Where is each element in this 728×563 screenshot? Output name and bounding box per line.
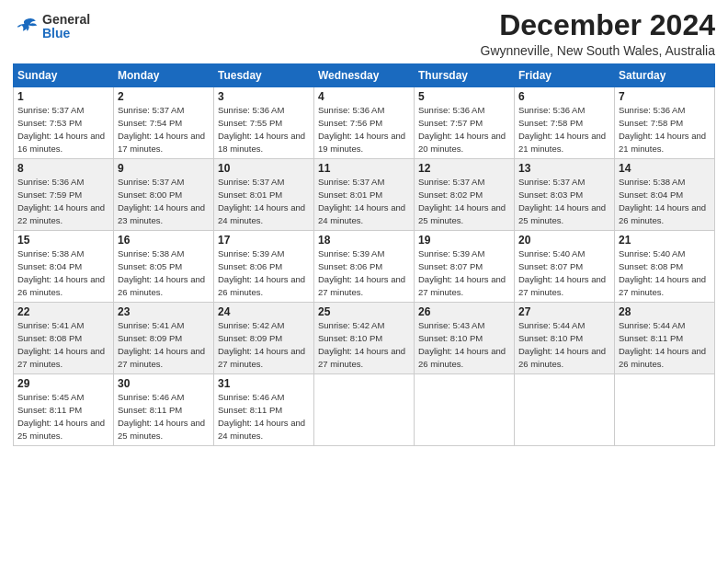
table-row: 25 Sunrise: 5:42 AMSunset: 8:10 PMDaylig… bbox=[314, 303, 415, 374]
table-row: 21 Sunrise: 5:40 AMSunset: 8:08 PMDaylig… bbox=[615, 231, 715, 303]
col-tuesday: Tuesday bbox=[214, 64, 314, 87]
day-number: 30 bbox=[118, 377, 210, 390]
table-row: 29 Sunrise: 5:45 AMSunset: 8:11 PMDaylig… bbox=[14, 374, 114, 446]
title-block: December 2024 Gwynneville, New South Wal… bbox=[481, 9, 715, 58]
day-info: Sunrise: 5:46 AMSunset: 8:11 PMDaylight:… bbox=[118, 392, 205, 440]
day-number: 11 bbox=[318, 162, 410, 175]
day-number: 14 bbox=[619, 162, 711, 175]
col-sunday: Sunday bbox=[14, 64, 114, 87]
table-row: 11 Sunrise: 5:37 AMSunset: 8:01 PMDaylig… bbox=[314, 159, 415, 231]
logo-bird-icon bbox=[13, 14, 39, 40]
table-row: 4 Sunrise: 5:36 AMSunset: 7:56 PMDayligh… bbox=[314, 87, 415, 159]
day-info: Sunrise: 5:37 AMSunset: 8:02 PMDaylight:… bbox=[418, 177, 506, 224]
table-row bbox=[415, 374, 515, 446]
day-number: 18 bbox=[318, 234, 410, 247]
day-info: Sunrise: 5:38 AMSunset: 8:04 PMDaylight:… bbox=[619, 177, 706, 224]
table-row: 17 Sunrise: 5:39 AMSunset: 8:06 PMDaylig… bbox=[214, 231, 314, 303]
table-row: 2 Sunrise: 5:37 AMSunset: 7:54 PMDayligh… bbox=[114, 87, 214, 159]
header: General Blue December 2024 Gwynneville, … bbox=[13, 9, 715, 58]
logo: General Blue bbox=[13, 13, 90, 41]
table-row: 6 Sunrise: 5:36 AMSunset: 7:58 PMDayligh… bbox=[515, 87, 615, 159]
day-number: 19 bbox=[418, 234, 510, 247]
table-row: 31 Sunrise: 5:46 AMSunset: 8:11 PMDaylig… bbox=[214, 374, 314, 446]
day-info: Sunrise: 5:36 AMSunset: 7:55 PMDaylight:… bbox=[218, 105, 305, 153]
logo-text: General Blue bbox=[42, 13, 90, 41]
table-row bbox=[314, 374, 415, 446]
day-info: Sunrise: 5:39 AMSunset: 8:07 PMDaylight:… bbox=[418, 248, 506, 296]
col-saturday: Saturday bbox=[615, 64, 715, 87]
day-number: 21 bbox=[619, 234, 711, 247]
day-info: Sunrise: 5:38 AMSunset: 8:05 PMDaylight:… bbox=[118, 248, 205, 296]
day-number: 1 bbox=[17, 90, 109, 103]
day-number: 13 bbox=[518, 162, 610, 175]
table-row: 20 Sunrise: 5:40 AMSunset: 8:07 PMDaylig… bbox=[515, 231, 615, 303]
day-number: 15 bbox=[17, 234, 109, 247]
day-info: Sunrise: 5:39 AMSunset: 8:06 PMDaylight:… bbox=[318, 248, 405, 296]
table-row: 10 Sunrise: 5:37 AMSunset: 8:01 PMDaylig… bbox=[214, 159, 314, 231]
day-info: Sunrise: 5:36 AMSunset: 7:56 PMDaylight:… bbox=[318, 105, 405, 153]
table-row: 7 Sunrise: 5:36 AMSunset: 7:58 PMDayligh… bbox=[615, 87, 715, 159]
day-number: 10 bbox=[218, 162, 310, 175]
table-row: 14 Sunrise: 5:38 AMSunset: 8:04 PMDaylig… bbox=[615, 159, 715, 231]
table-row: 3 Sunrise: 5:36 AMSunset: 7:55 PMDayligh… bbox=[214, 87, 314, 159]
table-row: 24 Sunrise: 5:42 AMSunset: 8:09 PMDaylig… bbox=[214, 303, 314, 374]
day-number: 8 bbox=[17, 162, 109, 175]
day-info: Sunrise: 5:45 AMSunset: 8:11 PMDaylight:… bbox=[17, 392, 105, 440]
day-number: 4 bbox=[318, 90, 410, 103]
table-row: 23 Sunrise: 5:41 AMSunset: 8:09 PMDaylig… bbox=[114, 303, 214, 374]
table-row: 22 Sunrise: 5:41 AMSunset: 8:08 PMDaylig… bbox=[14, 303, 114, 374]
table-row: 28 Sunrise: 5:44 AMSunset: 8:11 PMDaylig… bbox=[615, 303, 715, 374]
location: Gwynneville, New South Wales, Australia bbox=[481, 43, 715, 58]
logo-blue: Blue bbox=[42, 27, 90, 40]
day-info: Sunrise: 5:38 AMSunset: 8:04 PMDaylight:… bbox=[17, 248, 105, 296]
day-info: Sunrise: 5:37 AMSunset: 7:53 PMDaylight:… bbox=[17, 105, 105, 153]
day-number: 26 bbox=[418, 305, 510, 318]
day-number: 20 bbox=[518, 234, 610, 247]
day-info: Sunrise: 5:40 AMSunset: 8:07 PMDaylight:… bbox=[518, 248, 606, 296]
day-number: 29 bbox=[17, 377, 109, 390]
calendar-page: General Blue December 2024 Gwynneville, … bbox=[0, 0, 728, 563]
day-number: 31 bbox=[218, 377, 310, 390]
day-info: Sunrise: 5:37 AMSunset: 8:00 PMDaylight:… bbox=[118, 177, 205, 224]
col-monday: Monday bbox=[114, 64, 214, 87]
day-number: 3 bbox=[218, 90, 310, 103]
day-info: Sunrise: 5:42 AMSunset: 8:09 PMDaylight:… bbox=[218, 320, 305, 368]
table-row: 13 Sunrise: 5:37 AMSunset: 8:03 PMDaylig… bbox=[515, 159, 615, 231]
table-row: 16 Sunrise: 5:38 AMSunset: 8:05 PMDaylig… bbox=[114, 231, 214, 303]
day-number: 9 bbox=[118, 162, 210, 175]
table-row: 8 Sunrise: 5:36 AMSunset: 7:59 PMDayligh… bbox=[14, 159, 114, 231]
day-number: 24 bbox=[218, 305, 310, 318]
day-info: Sunrise: 5:37 AMSunset: 8:01 PMDaylight:… bbox=[218, 177, 305, 224]
day-info: Sunrise: 5:36 AMSunset: 7:58 PMDaylight:… bbox=[619, 105, 706, 153]
day-info: Sunrise: 5:44 AMSunset: 8:11 PMDaylight:… bbox=[619, 320, 706, 368]
table-row bbox=[615, 374, 715, 446]
day-info: Sunrise: 5:41 AMSunset: 8:09 PMDaylight:… bbox=[118, 320, 205, 368]
table-row: 1 Sunrise: 5:37 AMSunset: 7:53 PMDayligh… bbox=[14, 87, 114, 159]
day-number: 16 bbox=[118, 234, 210, 247]
day-number: 6 bbox=[518, 90, 610, 103]
table-row bbox=[515, 374, 615, 446]
day-number: 23 bbox=[118, 305, 210, 318]
col-friday: Friday bbox=[515, 64, 615, 87]
table-row: 30 Sunrise: 5:46 AMSunset: 8:11 PMDaylig… bbox=[114, 374, 214, 446]
day-number: 17 bbox=[218, 234, 310, 247]
col-thursday: Thursday bbox=[415, 64, 515, 87]
day-number: 28 bbox=[619, 305, 711, 318]
table-row: 12 Sunrise: 5:37 AMSunset: 8:02 PMDaylig… bbox=[415, 159, 515, 231]
col-wednesday: Wednesday bbox=[314, 64, 415, 87]
table-row: 15 Sunrise: 5:38 AMSunset: 8:04 PMDaylig… bbox=[14, 231, 114, 303]
day-info: Sunrise: 5:36 AMSunset: 7:58 PMDaylight:… bbox=[518, 105, 606, 153]
day-info: Sunrise: 5:39 AMSunset: 8:06 PMDaylight:… bbox=[218, 248, 305, 296]
calendar-table: Sunday Monday Tuesday Wednesday Thursday… bbox=[13, 63, 715, 446]
day-info: Sunrise: 5:42 AMSunset: 8:10 PMDaylight:… bbox=[318, 320, 405, 368]
day-info: Sunrise: 5:46 AMSunset: 8:11 PMDaylight:… bbox=[218, 392, 305, 440]
table-row: 27 Sunrise: 5:44 AMSunset: 8:10 PMDaylig… bbox=[515, 303, 615, 374]
day-number: 27 bbox=[518, 305, 610, 318]
day-number: 25 bbox=[318, 305, 410, 318]
day-info: Sunrise: 5:37 AMSunset: 7:54 PMDaylight:… bbox=[118, 105, 205, 153]
day-info: Sunrise: 5:37 AMSunset: 8:01 PMDaylight:… bbox=[318, 177, 405, 224]
table-row: 19 Sunrise: 5:39 AMSunset: 8:07 PMDaylig… bbox=[415, 231, 515, 303]
table-row: 9 Sunrise: 5:37 AMSunset: 8:00 PMDayligh… bbox=[114, 159, 214, 231]
table-row: 26 Sunrise: 5:43 AMSunset: 8:10 PMDaylig… bbox=[415, 303, 515, 374]
month-title: December 2024 bbox=[481, 9, 715, 41]
